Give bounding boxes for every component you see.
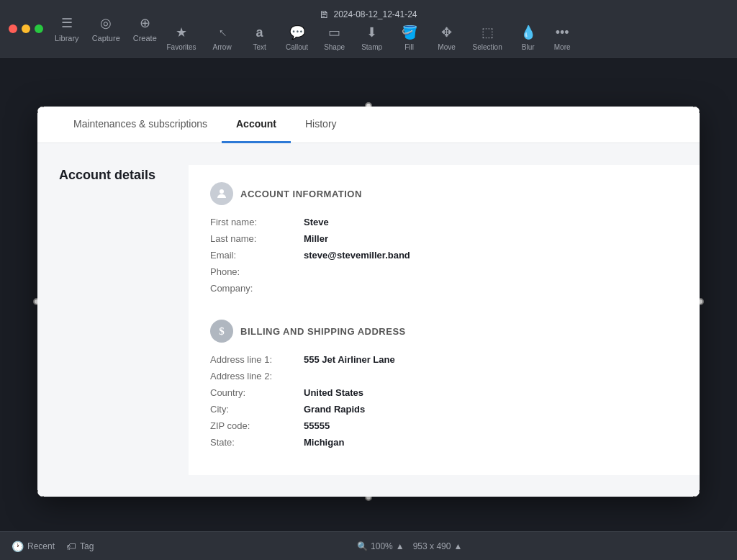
tool-arrow[interactable]: ↑ Arrow [204, 25, 241, 51]
file-icon: 🖹 [320, 9, 329, 20]
field-zip: ZIP code: 55555 [210, 420, 678, 431]
field-state-value: Michigan [304, 437, 344, 448]
toolbar-left: ☰ Library ◎ Capture ⊕ Create [55, 15, 170, 42]
main-area: Maintenances & subscriptions Account His… [0, 58, 737, 531]
tag-button[interactable]: 🏷 Tag [66, 541, 94, 552]
tool-selection[interactable]: ⬚ Selection [466, 24, 510, 51]
field-firstname: First name: Steve [210, 217, 678, 227]
field-city-value: Grand Rapids [304, 404, 365, 415]
content-body: Account details ACCOUNT INFORMATION [37, 143, 700, 497]
field-address2-label: Address line 2: [210, 371, 304, 381]
move-icon: ✥ [441, 24, 452, 40]
stamp-icon: ⬇ [366, 24, 377, 40]
content-card: Maintenances & subscriptions Account His… [37, 107, 700, 497]
field-phone: Phone: [210, 266, 678, 277]
svg-point-0 [220, 189, 224, 194]
tabs-bar: Maintenances & subscriptions Account His… [37, 107, 700, 143]
field-address1: Address line 1: 555 Jet Airliner Lane [210, 354, 678, 365]
selection-icon: ⬚ [481, 24, 494, 40]
tool-favorites[interactable]: ★ Favorites [159, 24, 203, 51]
field-zip-value: 55555 [304, 420, 330, 431]
bottom-bar: 🕐 Recent 🏷 Tag 🔍 100% ▲ 953 x 490 ▲ [0, 531, 737, 560]
field-lastname-label: Last name: [210, 233, 304, 244]
corner-br[interactable] [693, 490, 700, 497]
bottom-left: 🕐 Recent 🏷 Tag [12, 541, 94, 552]
field-address1-value: 555 Jet Airliner Lane [304, 354, 395, 365]
field-company: Company: [210, 283, 678, 294]
corner-tl[interactable] [37, 107, 44, 113]
account-info-icon [210, 182, 233, 205]
field-phone-label: Phone: [210, 266, 304, 277]
card-wrapper: Maintenances & subscriptions Account His… [37, 107, 700, 497]
arrow-icon: ↑ [214, 25, 230, 40]
field-email: Email: steve@stevemiller.band [210, 250, 678, 261]
shape-icon: ▭ [328, 24, 340, 40]
tag-icon: 🏷 [66, 541, 76, 552]
tool-callout[interactable]: 💬 Callout [279, 24, 316, 51]
section-header-account: ACCOUNT INFORMATION [210, 182, 678, 205]
field-city-label: City: [210, 404, 304, 415]
field-firstname-label: First name: [210, 217, 304, 227]
create-icon: ⊕ [140, 15, 150, 31]
tool-move[interactable]: ✥ Move [428, 24, 466, 51]
dimensions-toggle: ▲ [453, 541, 462, 551]
field-country-value: United States [304, 387, 363, 398]
bottom-center: 🔍 100% ▲ 953 x 490 ▲ [357, 541, 462, 551]
capture-icon: ◎ [100, 15, 112, 31]
tab-account[interactable]: Account [222, 107, 291, 143]
library-label: Library [55, 34, 79, 42]
minimize-button[interactable] [22, 24, 30, 33]
dimensions: 953 x 490 [413, 541, 451, 551]
tool-shape[interactable]: ▭ Shape [316, 24, 353, 51]
favorites-icon: ★ [176, 24, 187, 40]
zoom-icon: 🔍 [357, 541, 368, 551]
tool-stamp[interactable]: ⬇ Stamp [353, 24, 391, 51]
toolbar-capture[interactable]: ◎ Capture [92, 15, 120, 42]
callout-icon: 💬 [289, 24, 305, 40]
field-company-label: Company: [210, 283, 304, 294]
sidebar-label: Account details [59, 165, 189, 475]
toolbar: ☰ Library ◎ Capture ⊕ Create 🖹 2024-08-1… [0, 0, 737, 58]
recent-icon: 🕐 [12, 541, 24, 552]
fill-icon: 🪣 [402, 24, 417, 40]
tab-history[interactable]: History [291, 107, 351, 143]
field-lastname-value: Miller [304, 233, 328, 244]
text-icon: a [256, 25, 263, 40]
corner-bl[interactable] [37, 490, 44, 497]
billing-icon: $ [210, 320, 233, 343]
field-address2: Address line 2: [210, 371, 678, 381]
zoom-toggle: ▲ [396, 541, 404, 551]
field-state: State: Michigan [210, 437, 678, 448]
toolbar-create[interactable]: ⊕ Create [133, 15, 157, 42]
section-header-billing: $ BILLING AND SHIPPING ADDRESS [210, 320, 678, 343]
window-controls [9, 24, 43, 33]
field-state-label: State: [210, 437, 304, 448]
field-firstname-value: Steve [304, 217, 329, 227]
create-label: Create [133, 34, 157, 42]
tool-fill[interactable]: 🪣 Fill [391, 24, 428, 51]
capture-label: Capture [92, 34, 120, 42]
field-lastname: Last name: Miller [210, 233, 678, 244]
field-country-label: Country: [210, 387, 304, 398]
sections-area: ACCOUNT INFORMATION First name: Steve La… [189, 165, 700, 475]
corner-tr[interactable] [693, 107, 700, 113]
billing-title: BILLING AND SHIPPING ADDRESS [240, 326, 406, 337]
toolbar-more[interactable]: ••• More [547, 25, 578, 51]
field-country: Country: United States [210, 387, 678, 398]
field-address1-label: Address line 1: [210, 354, 304, 365]
field-email-label: Email: [210, 250, 304, 261]
library-icon: ☰ [61, 15, 73, 31]
tab-maintenance[interactable]: Maintenances & subscriptions [59, 107, 222, 143]
account-info-title: ACCOUNT INFORMATION [240, 189, 362, 199]
maximize-button[interactable] [35, 24, 43, 33]
field-zip-label: ZIP code: [210, 420, 304, 431]
close-button[interactable] [9, 24, 17, 33]
blur-icon: 💧 [520, 24, 536, 40]
field-city: City: Grand Rapids [210, 404, 678, 415]
more-dots: ••• [556, 25, 569, 40]
recent-button[interactable]: 🕐 Recent [12, 541, 55, 552]
tool-blur[interactable]: 💧 Blur [510, 24, 547, 51]
tool-text[interactable]: a Text [241, 25, 279, 51]
toolbar-library[interactable]: ☰ Library [55, 15, 79, 42]
field-email-value: steve@stevemiller.band [304, 250, 410, 261]
